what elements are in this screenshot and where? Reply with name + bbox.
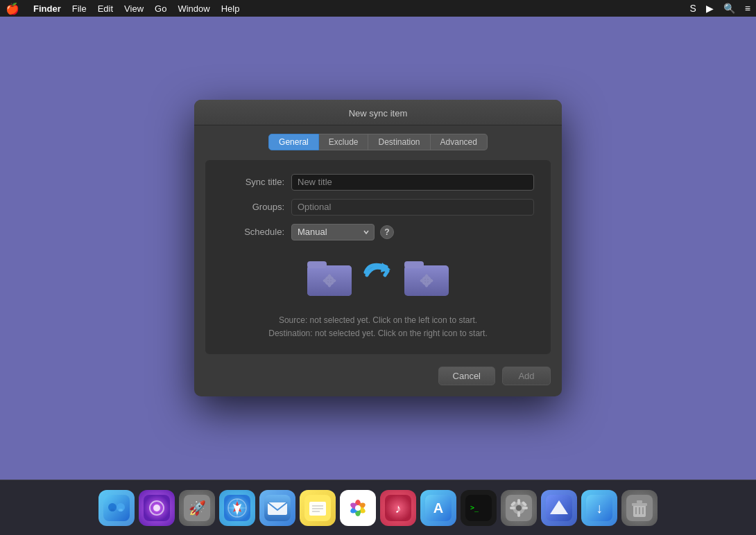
svg-point-61 — [516, 505, 522, 511]
dialog-titlebar: New sync item — [194, 100, 562, 125]
dock-app-store[interactable]: A — [420, 490, 456, 526]
desktop: New sync item General Exclude Destinatio… — [0, 17, 756, 480]
menu-view[interactable]: View — [124, 3, 144, 14]
control-center-icon[interactable]: ≡ — [745, 3, 750, 14]
dock-buildwatch[interactable] — [541, 490, 577, 526]
destination-folder-icon[interactable] — [399, 247, 454, 303]
svg-rect-63 — [517, 511, 520, 517]
menu-help[interactable]: Help — [221, 3, 240, 14]
schedule-row: Schedule: Manual Every hour Every day Ev… — [222, 224, 534, 240]
tab-destination[interactable]: Destination — [368, 134, 430, 150]
schedule-label: Schedule: — [222, 227, 284, 237]
dock-finder[interactable] — [98, 490, 135, 526]
sync-title-row: Sync title: — [222, 174, 534, 191]
svg-point-26 — [119, 509, 123, 511]
svg-rect-22 — [103, 495, 130, 521]
menu-edit[interactable]: Edit — [98, 3, 113, 14]
source-folder-icon[interactable] — [302, 247, 357, 303]
destination-status: Destination: not selected yet. Click on … — [222, 327, 534, 340]
dock-siri[interactable] — [139, 490, 175, 526]
source-status: Source: not selected yet. Click on the l… — [222, 314, 534, 327]
dialog-title: New sync item — [349, 108, 408, 119]
dialog-buttons: Cancel Add — [205, 364, 551, 385]
dock-downloads[interactable]: ↓ — [581, 490, 617, 526]
form-area: Sync title: Groups: Schedule: Manual Eve… — [205, 160, 551, 354]
tab-exclude[interactable]: Exclude — [319, 134, 369, 150]
dock-trash[interactable] — [621, 490, 658, 526]
svg-text:♪: ♪ — [395, 502, 402, 516]
airplay-icon[interactable]: ▶ — [706, 3, 714, 14]
svg-rect-13 — [404, 261, 424, 268]
dock-music[interactable]: ♪ — [380, 490, 416, 526]
svg-rect-64 — [510, 507, 515, 509]
svg-point-52 — [355, 505, 361, 511]
menu-go[interactable]: Go — [155, 3, 166, 14]
apple-menu[interactable]: 🍎 — [6, 2, 19, 15]
dialog-body: General Exclude Destination Advanced Syn… — [194, 125, 562, 396]
search-icon[interactable]: 🔍 — [723, 3, 735, 14]
dock-rocket-typist[interactable]: 🚀 — [179, 490, 215, 526]
dock-system-preferences[interactable] — [501, 490, 537, 526]
cancel-button[interactable]: Cancel — [438, 367, 495, 385]
schedule-select-wrap: Manual Every hour Every day Every week ? — [291, 224, 394, 240]
dialog-window: New sync item General Exclude Destinatio… — [194, 100, 562, 396]
svg-text:A: A — [433, 500, 443, 516]
menu-window[interactable]: Window — [178, 3, 209, 14]
svg-rect-65 — [522, 507, 528, 509]
sync-arrow-icon — [357, 254, 399, 296]
dock-safari[interactable] — [219, 490, 255, 526]
svg-rect-75 — [637, 500, 642, 503]
dock-terminal[interactable]: >_ — [461, 490, 497, 526]
dock-mail[interactable] — [259, 490, 295, 526]
sync-title-label: Sync title: — [222, 177, 284, 187]
tab-advanced[interactable]: Advanced — [431, 134, 488, 150]
svg-rect-62 — [517, 499, 520, 505]
svg-rect-2 — [307, 261, 327, 268]
sync-title-input[interactable] — [291, 174, 534, 191]
svg-rect-74 — [632, 503, 647, 506]
tab-bar: General Exclude Destination Advanced — [205, 134, 551, 150]
dock-notes[interactable] — [300, 490, 336, 526]
status-text: Source: not selected yet. Click on the l… — [222, 314, 534, 340]
siri-icon[interactable]: S — [689, 3, 696, 14]
help-button[interactable]: ? — [380, 225, 394, 239]
svg-point-29 — [153, 505, 160, 511]
menubar: 🍎 Finder File Edit View Go Window Help S… — [0, 0, 756, 17]
svg-point-25 — [110, 509, 114, 511]
dock: 🚀 — [0, 480, 756, 535]
groups-label: Groups: — [222, 202, 284, 212]
tab-general[interactable]: General — [268, 134, 319, 150]
svg-text:↓: ↓ — [596, 500, 603, 516]
svg-text:>_: >_ — [470, 504, 479, 512]
schedule-select[interactable]: Manual Every hour Every day Every week — [291, 224, 375, 240]
add-button[interactable]: Add — [502, 367, 551, 385]
groups-input[interactable] — [291, 199, 534, 216]
svg-text:🚀: 🚀 — [189, 500, 206, 516]
folders-area — [222, 247, 534, 303]
groups-row: Groups: — [222, 199, 534, 216]
menu-file[interactable]: File — [72, 3, 87, 14]
app-name[interactable]: Finder — [33, 3, 61, 14]
dock-photos[interactable] — [340, 490, 376, 526]
